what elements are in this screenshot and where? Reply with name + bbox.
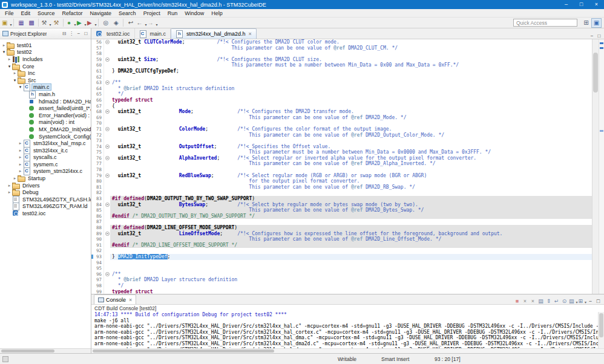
console-vscrollbar[interactable] xyxy=(598,312,604,348)
view-menu-icon[interactable]: ⋮ xyxy=(68,31,75,36)
cpp-perspective-icon[interactable]: ▣ xyxy=(591,18,602,28)
collapsed-arrow-icon[interactable]: ▸ xyxy=(1,43,7,48)
code-line[interactable]: 98 */ xyxy=(91,283,592,289)
code-line[interactable]: 73 xyxy=(91,138,592,144)
remove-launch-icon[interactable]: × xyxy=(521,298,529,304)
tab-test02.ioc[interactable]: test02.ioc xyxy=(91,28,135,39)
debug-icon[interactable]: ● xyxy=(65,18,76,28)
minimize-icon[interactable]: − xyxy=(586,298,594,304)
menu-window[interactable]: Window xyxy=(181,10,208,16)
build-all-icon[interactable]: ⚒ xyxy=(51,18,61,28)
minimize-icon[interactable]: − xyxy=(75,31,82,36)
menu-edit[interactable]: Edit xyxy=(18,10,34,16)
maximize-icon[interactable]: □ xyxy=(82,31,90,36)
expanded-arrow-icon[interactable]: ▾ xyxy=(12,78,18,83)
code-line[interactable]: 97 * @brief DMA2D Layer structure defini… xyxy=(91,277,592,283)
collapse-all-icon[interactable]: ⊟ xyxy=(61,31,68,36)
code-line[interactable]: 67{ xyxy=(91,103,592,109)
tab-console[interactable]: Console × xyxy=(94,294,136,304)
collapsed-arrow-icon[interactable]: ▸ xyxy=(12,71,18,76)
code-line[interactable]: 87 xyxy=(91,219,592,225)
code-line[interactable]: 76 uint32_t AlphaInverted; /*!< Select r… xyxy=(91,155,592,161)
code-line[interactable]: 92 xyxy=(91,248,592,254)
tree-item[interactable]: ▸Inc xyxy=(0,70,91,77)
maximize-icon[interactable]: □ xyxy=(596,33,603,39)
fold-collapse-icon[interactable] xyxy=(104,57,110,63)
tree-item[interactable]: ▾main.c xyxy=(0,84,91,91)
word-wrap-icon[interactable]: ↵ xyxy=(553,298,560,304)
code-line[interactable]: 56 uint32_t CLUTColorMode; /*!< Configur… xyxy=(91,39,592,45)
code-line[interactable]: 88#if defined(DMA2D_LINE_OFFSET_MODE_SUP… xyxy=(91,225,592,231)
tree-item[interactable]: ▸stm32l4xx_hal_msp.c xyxy=(0,140,91,147)
code-line[interactable]: 77 This parameter can be one value of @r… xyxy=(91,161,592,167)
code-line[interactable]: 75 This parameter must be a number betwe… xyxy=(91,149,592,155)
code-line[interactable]: 90 This parameter can be one value of @r… xyxy=(91,236,592,242)
tree-item[interactable]: ▸Startup xyxy=(0,175,91,182)
tree-item[interactable]: ▸stm32l4xx_it.c xyxy=(0,147,91,154)
tree-item[interactable]: SystemClock_Config(void) xyxy=(0,133,91,140)
clear-console-icon[interactable]: ▤ xyxy=(537,298,545,304)
external-tools-icon[interactable]: ▶ xyxy=(86,18,96,28)
project-explorer-hscrollbar[interactable] xyxy=(0,348,91,353)
collapsed-arrow-icon[interactable]: ▸ xyxy=(7,57,12,62)
code-line[interactable]: 70 xyxy=(91,120,592,126)
save-all-icon[interactable]: ▩ xyxy=(26,18,36,28)
code-line[interactable]: 94 xyxy=(91,260,592,266)
collapsed-arrow-icon[interactable]: ▸ xyxy=(18,169,23,174)
expanded-arrow-icon[interactable]: ▾ xyxy=(18,85,23,89)
code-line[interactable]: 79 uint32_t RedBlueSwap; /*!< Select reg… xyxy=(91,173,592,179)
code-line[interactable]: 68 uint32_t Mode; /*!< Configures the DM… xyxy=(91,109,592,115)
code-line[interactable]: 60 This parameter must be a number betwe… xyxy=(91,62,592,68)
console-close-icon[interactable]: × xyxy=(129,297,132,303)
tree-item[interactable]: main(void) : int xyxy=(0,119,91,126)
pin-console-icon[interactable]: ⊙ xyxy=(560,298,568,304)
code-line[interactable]: 61} DMA2D_CLUTCfgTypeDef; xyxy=(91,68,592,74)
fold-collapse-icon[interactable] xyxy=(104,173,110,179)
menu-navigate[interactable]: Navigate xyxy=(87,10,116,16)
search-icon[interactable]: ◎ xyxy=(100,18,111,28)
expanded-arrow-icon[interactable]: ▾ xyxy=(1,50,7,54)
close-button[interactable]: × xyxy=(589,0,604,9)
fold-collapse-icon[interactable] xyxy=(104,109,110,115)
last-edit-location-icon[interactable]: ↩ xyxy=(125,18,136,28)
code-line[interactable]: 59 uint32_t Size; /*!< Configures the DM… xyxy=(91,57,592,63)
scrollbar-thumb[interactable] xyxy=(93,349,274,353)
fold-collapse-icon[interactable] xyxy=(104,202,110,208)
minimize-button[interactable]: – xyxy=(559,0,574,9)
maximize-button[interactable]: □ xyxy=(574,0,589,9)
menu-project[interactable]: Project xyxy=(140,10,164,16)
overview-annotation[interactable] xyxy=(600,47,603,49)
code-line[interactable]: 85 This parameter can be one value of @r… xyxy=(91,207,592,213)
collapsed-arrow-icon[interactable]: ▸ xyxy=(7,190,12,195)
quick-access-input[interactable]: Quick Access xyxy=(513,19,577,27)
code-line[interactable]: 82 xyxy=(91,190,592,196)
tree-item[interactable]: Error_Handler(void) : void xyxy=(0,112,91,119)
code-line[interactable]: 81 This parameter can be one value of @r… xyxy=(91,184,592,190)
tree-item[interactable]: test02.ioc xyxy=(0,210,91,217)
editor-vscrollbar[interactable] xyxy=(592,39,599,294)
forward-icon[interactable]: → xyxy=(146,18,157,28)
code-line[interactable]: 65 */ xyxy=(91,91,592,97)
code-line[interactable]: 86#endif /* DMA2D_OUTPUT_TWO_BY_TWO_SWAP… xyxy=(91,213,592,219)
display-selected-console-icon[interactable]: ▤ xyxy=(568,298,578,304)
code-line[interactable]: 78 xyxy=(91,167,592,173)
tree-item[interactable]: ▸test01 xyxy=(0,42,91,49)
scrollbar-thumb[interactable] xyxy=(599,313,603,337)
scrollbar-thumb[interactable] xyxy=(1,349,54,353)
tree-item[interactable]: ▸system_stm32l4xx.c xyxy=(0,168,91,175)
tree-item[interactable]: ▸Includes xyxy=(0,56,91,63)
expanded-arrow-icon[interactable]: ▾ xyxy=(7,64,12,69)
code-line[interactable]: 58 xyxy=(91,51,592,57)
console-hscrollbar[interactable] xyxy=(91,348,604,353)
tree-item[interactable]: STM32L496ZGTX_RAM.ld xyxy=(0,203,91,210)
tree-item[interactable]: ▾test02 xyxy=(0,49,91,56)
collapsed-arrow-icon[interactable]: ▸ xyxy=(12,176,18,181)
code-line[interactable]: 83#if defined(DMA2D_OUTPUT_TWO_BY_TWO_SW… xyxy=(91,196,592,202)
collapsed-arrow-icon[interactable]: ▸ xyxy=(18,155,23,160)
menu-help[interactable]: Help xyxy=(208,10,226,16)
code-line[interactable]: 66typedef struct xyxy=(91,97,592,103)
tab-stm32l4xx_hal_dma2d.h[interactable]: stm32l4xx_hal_dma2d.h× xyxy=(171,28,257,39)
maximize-icon[interactable]: □ xyxy=(594,298,602,304)
fold-collapse-icon[interactable] xyxy=(104,231,110,237)
new-wizard-icon[interactable]: ▣ xyxy=(1,18,11,28)
